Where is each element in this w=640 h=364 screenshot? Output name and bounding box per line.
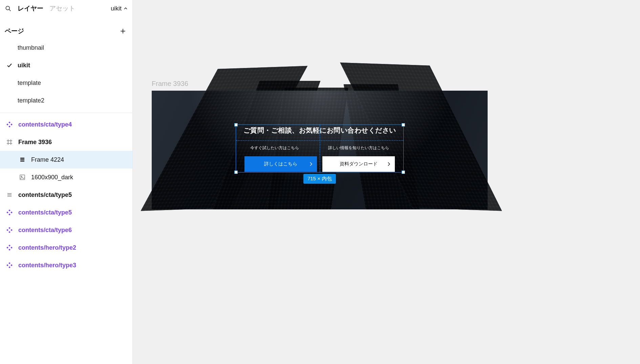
project-name: uikit	[111, 5, 122, 12]
pages-section: ページ thumbnailuikittemplatetemplate2	[0, 17, 132, 113]
primary-button-label: 詳しくはこちら	[264, 161, 297, 167]
svg-rect-28	[8, 245, 10, 247]
tab-assets[interactable]: アセット	[49, 4, 75, 13]
page-item[interactable]: template2	[0, 92, 132, 109]
svg-rect-34	[6, 264, 8, 266]
svg-rect-29	[8, 249, 10, 251]
svg-rect-4	[8, 121, 10, 123]
cta-buttons: 詳しくはこちら 資料ダウンロード	[244, 156, 395, 172]
component-icon	[6, 244, 13, 251]
svg-rect-13	[20, 159, 24, 160]
layer-item[interactable]: Frame 3936	[0, 133, 132, 151]
svg-rect-20	[8, 209, 10, 211]
svg-rect-33	[8, 266, 10, 268]
component-icon	[6, 121, 13, 128]
frame-icon	[6, 139, 13, 145]
svg-point-0	[6, 6, 9, 10]
cta-heading: ご質問・ご相談、お気軽にお問い合わせください	[243, 126, 396, 135]
secondary-button[interactable]: 資料ダウンロード	[322, 156, 395, 172]
svg-rect-21	[8, 213, 10, 215]
frame-3936[interactable]: ご質問・ご相談、お気軽にお問い合わせください 今すぐ試したい方はこちら 詳しい情…	[152, 91, 488, 209]
layer-label: contents/cta/type5	[18, 191, 72, 199]
pages-title: ページ	[5, 27, 24, 36]
svg-rect-35	[10, 264, 13, 266]
vstack-icon	[19, 156, 26, 163]
svg-rect-7	[10, 123, 13, 126]
canvas[interactable]: Frame 3936 ご質問・ご相談、お気軽にお問い合わせください 今すぐ試した…	[133, 0, 640, 364]
add-page-button[interactable]	[120, 28, 126, 35]
layers-panel: レイヤー アセット uikit ページ thumbnailuikittempla…	[0, 0, 133, 364]
svg-line-1	[9, 9, 11, 11]
page-label: thumbnail	[18, 44, 44, 51]
svg-rect-30	[6, 247, 8, 249]
layer-label: Frame 3936	[18, 139, 52, 146]
layer-label: 1600x900_dark	[31, 174, 73, 181]
primary-button[interactable]: 詳しくはこちら	[244, 156, 317, 172]
layer-item[interactable]: contents/cta/type6	[0, 221, 132, 239]
svg-rect-22	[6, 211, 8, 213]
layer-label: contents/cta/type6	[18, 227, 72, 234]
chevron-up-icon	[124, 6, 128, 10]
page-item[interactable]: template	[0, 74, 132, 92]
hstack-icon	[6, 191, 13, 198]
page-label: template2	[18, 97, 44, 104]
chevron-right-icon	[310, 162, 312, 166]
svg-rect-24	[8, 227, 10, 229]
check-icon	[7, 63, 13, 68]
svg-rect-12	[20, 158, 24, 159]
svg-rect-25	[8, 231, 10, 233]
svg-rect-31	[10, 247, 13, 249]
svg-point-16	[21, 176, 22, 177]
project-dropdown[interactable]: uikit	[111, 5, 128, 12]
layer-item[interactable]: 1600x900_dark	[0, 168, 132, 186]
cta-sub-left: 今すぐ試したい方はこちら	[250, 145, 299, 151]
layer-item[interactable]: contents/cta/type5	[0, 204, 132, 221]
svg-rect-6	[6, 123, 8, 126]
page-item[interactable]: thumbnail	[0, 39, 132, 56]
panel-header: レイヤー アセット uikit	[0, 0, 132, 17]
layer-label: Frame 4224	[31, 156, 64, 163]
svg-rect-32	[8, 262, 10, 264]
svg-rect-23	[10, 211, 13, 213]
tab-layers[interactable]: レイヤー	[18, 4, 43, 13]
page-label: template	[18, 79, 41, 87]
component-icon	[6, 227, 13, 233]
page-item[interactable]: uikit	[0, 56, 132, 74]
layer-item[interactable]: contents/cta/type4	[0, 116, 132, 133]
layer-item[interactable]: contents/cta/type5	[0, 186, 132, 204]
svg-rect-14	[20, 161, 24, 162]
page-label: uikit	[18, 62, 30, 69]
layer-item[interactable]: contents/hero/type3	[0, 256, 132, 274]
svg-rect-26	[6, 229, 8, 231]
cta-subtitles: 今すぐ試したい方はこちら 詳しい情報を知りたい方はこちら	[250, 145, 389, 151]
secondary-button-label: 資料ダウンロード	[340, 161, 378, 167]
layer-label: contents/hero/type3	[18, 262, 76, 269]
image-icon	[19, 174, 26, 181]
chevron-right-icon	[387, 162, 390, 166]
layer-label: contents/cta/type4	[18, 121, 72, 128]
search-icon[interactable]	[5, 5, 12, 12]
component-icon	[6, 209, 13, 216]
cta-sub-right: 詳しい情報を知りたい方はこちら	[328, 145, 389, 151]
frame-4224[interactable]: ご質問・ご相談、お気軽にお問い合わせください 今すぐ試したい方はこちら 詳しい情…	[236, 126, 404, 172]
layer-item[interactable]: contents/hero/type2	[0, 239, 132, 256]
layer-item[interactable]: Frame 4224	[0, 151, 132, 168]
svg-rect-27	[10, 229, 13, 231]
frame-label[interactable]: Frame 3936	[152, 80, 188, 88]
layer-label: contents/hero/type2	[18, 244, 76, 251]
layer-list: contents/cta/type4Frame 3936Frame 422416…	[0, 113, 132, 274]
layer-label: contents/cta/type5	[18, 209, 72, 216]
component-icon	[6, 262, 13, 269]
pages-header: ページ	[0, 17, 132, 39]
svg-rect-5	[8, 126, 10, 128]
